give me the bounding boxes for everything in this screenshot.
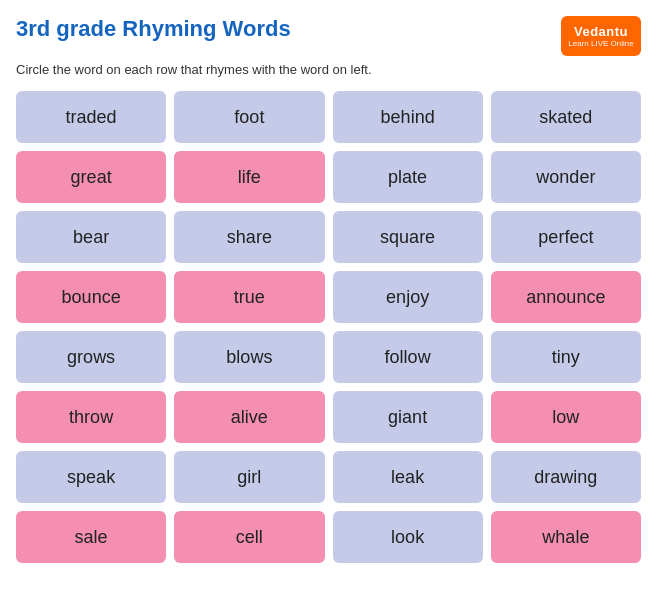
word-cell[interactable]: perfect [491,211,641,263]
word-cell[interactable]: tiny [491,331,641,383]
page-title: 3rd grade Rhyming Words [16,16,291,42]
page-header: 3rd grade Rhyming Words Vedantu Learn LI… [16,16,641,56]
vedantu-logo: Vedantu Learn LIVE Online [561,16,641,56]
word-cell[interactable]: life [174,151,324,203]
word-cell[interactable]: leak [333,451,483,503]
logo-tagline: Learn LIVE Online [568,39,633,48]
word-cell[interactable]: enjoy [333,271,483,323]
word-cell[interactable]: low [491,391,641,443]
word-cell[interactable]: grows [16,331,166,383]
word-cell[interactable]: traded [16,91,166,143]
word-cell[interactable]: giant [333,391,483,443]
word-cell[interactable]: behind [333,91,483,143]
word-cell[interactable]: cell [174,511,324,563]
logo-name: Vedantu [574,24,628,39]
word-cell[interactable]: drawing [491,451,641,503]
word-cell[interactable]: square [333,211,483,263]
word-cell[interactable]: look [333,511,483,563]
word-cell[interactable]: sale [16,511,166,563]
word-cell[interactable]: share [174,211,324,263]
word-cell[interactable]: announce [491,271,641,323]
word-cell[interactable]: great [16,151,166,203]
word-cell[interactable]: alive [174,391,324,443]
word-cell[interactable]: speak [16,451,166,503]
word-cell[interactable]: foot [174,91,324,143]
subtitle: Circle the word on each row that rhymes … [16,62,641,77]
word-cell[interactable]: girl [174,451,324,503]
word-cell[interactable]: throw [16,391,166,443]
word-cell[interactable]: follow [333,331,483,383]
word-cell[interactable]: whale [491,511,641,563]
word-cell[interactable]: wonder [491,151,641,203]
word-cell[interactable]: plate [333,151,483,203]
word-cell[interactable]: blows [174,331,324,383]
word-cell[interactable]: true [174,271,324,323]
word-cell[interactable]: skated [491,91,641,143]
word-grid: tradedfootbehindskatedgreatlifeplatewond… [16,91,641,563]
word-cell[interactable]: bear [16,211,166,263]
word-cell[interactable]: bounce [16,271,166,323]
